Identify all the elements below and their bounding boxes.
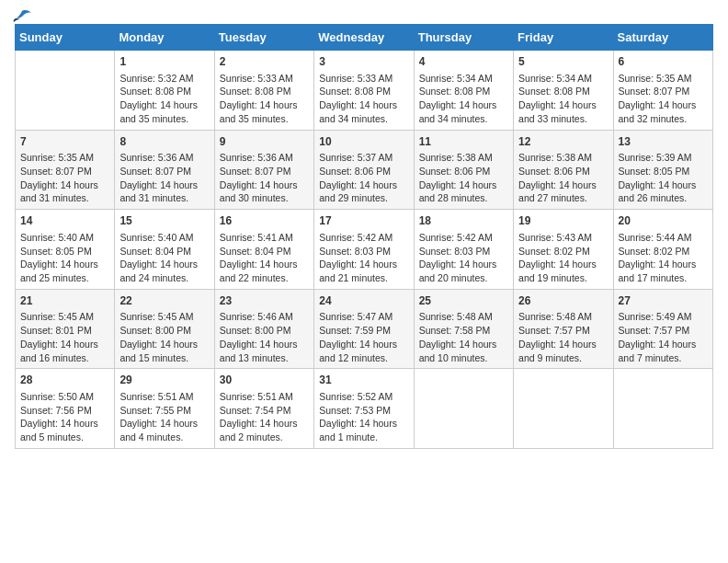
daylight-text: Daylight: 14 hours and 9 minutes. xyxy=(518,338,608,364)
sunset-text: Sunset: 8:08 PM xyxy=(319,85,408,98)
day-number: 29 xyxy=(119,373,209,388)
col-header-friday: Friday xyxy=(514,25,613,51)
day-number: 7 xyxy=(20,134,109,150)
day-cell: 13Sunrise: 5:39 AMSunset: 8:05 PMDayligh… xyxy=(613,130,712,210)
day-number: 18 xyxy=(419,213,508,229)
daylight-text: Daylight: 14 hours and 15 minutes. xyxy=(119,338,209,364)
daylight-text: Daylight: 14 hours and 7 minutes. xyxy=(619,338,708,364)
day-cell: 2Sunrise: 5:33 AMSunset: 8:08 PMDaylight… xyxy=(214,51,313,131)
day-cell: 11Sunrise: 5:38 AMSunset: 8:06 PMDayligh… xyxy=(414,130,513,210)
sunrise-text: Sunrise: 5:37 AM xyxy=(319,151,408,165)
day-cell: 1Sunrise: 5:32 AMSunset: 8:08 PMDaylight… xyxy=(115,51,214,131)
sunset-text: Sunset: 8:06 PM xyxy=(419,165,508,178)
calendar-body: 1Sunrise: 5:32 AMSunset: 8:08 PMDaylight… xyxy=(16,51,713,449)
day-cell: 20Sunrise: 5:44 AMSunset: 8:02 PMDayligh… xyxy=(613,210,712,290)
sunset-text: Sunset: 7:58 PM xyxy=(419,324,508,338)
sunrise-text: Sunrise: 5:42 AM xyxy=(419,231,508,245)
daylight-text: Daylight: 14 hours and 4 minutes. xyxy=(119,417,209,443)
sunrise-text: Sunrise: 5:50 AM xyxy=(20,390,109,404)
sunrise-text: Sunrise: 5:40 AM xyxy=(20,231,109,245)
col-header-wednesday: Wednesday xyxy=(314,25,414,51)
day-cell: 15Sunrise: 5:40 AMSunset: 8:04 PMDayligh… xyxy=(115,210,214,290)
day-cell xyxy=(613,369,712,449)
sunset-text: Sunset: 7:53 PM xyxy=(319,404,408,418)
sunrise-text: Sunrise: 5:49 AM xyxy=(619,310,708,324)
col-header-sunday: Sunday xyxy=(16,25,115,51)
day-cell: 30Sunrise: 5:51 AMSunset: 7:54 PMDayligh… xyxy=(214,369,313,449)
day-number: 16 xyxy=(220,213,309,229)
day-cell: 17Sunrise: 5:42 AMSunset: 8:03 PMDayligh… xyxy=(314,210,414,290)
day-cell: 5Sunrise: 5:34 AMSunset: 8:08 PMDaylight… xyxy=(514,51,613,131)
day-cell: 28Sunrise: 5:50 AMSunset: 7:56 PMDayligh… xyxy=(16,369,115,449)
day-number: 1 xyxy=(119,54,209,70)
daylight-text: Daylight: 14 hours and 28 minutes. xyxy=(419,178,508,205)
sunset-text: Sunset: 8:08 PM xyxy=(220,85,309,98)
day-cell: 26Sunrise: 5:48 AMSunset: 7:57 PMDayligh… xyxy=(514,289,613,369)
sunset-text: Sunset: 8:05 PM xyxy=(20,245,109,259)
sunrise-text: Sunrise: 5:35 AM xyxy=(20,151,109,165)
week-row-1: 1Sunrise: 5:32 AMSunset: 8:08 PMDaylight… xyxy=(16,51,713,131)
daylight-text: Daylight: 14 hours and 21 minutes. xyxy=(319,258,408,284)
daylight-text: Daylight: 14 hours and 12 minutes. xyxy=(319,338,408,364)
day-number: 28 xyxy=(20,373,109,388)
day-cell: 7Sunrise: 5:35 AMSunset: 8:07 PMDaylight… xyxy=(16,130,115,210)
week-row-4: 21Sunrise: 5:45 AMSunset: 8:01 PMDayligh… xyxy=(16,289,713,369)
sunset-text: Sunset: 8:02 PM xyxy=(518,245,608,259)
day-number: 5 xyxy=(518,54,608,70)
week-row-3: 14Sunrise: 5:40 AMSunset: 8:05 PMDayligh… xyxy=(16,210,713,290)
day-number: 10 xyxy=(319,134,408,150)
day-number: 12 xyxy=(518,134,608,150)
daylight-text: Daylight: 14 hours and 35 minutes. xyxy=(119,98,209,125)
sunset-text: Sunset: 8:07 PM xyxy=(619,85,708,98)
sunset-text: Sunset: 8:04 PM xyxy=(119,245,209,259)
sunset-text: Sunset: 7:57 PM xyxy=(619,324,708,338)
day-cell: 14Sunrise: 5:40 AMSunset: 8:05 PMDayligh… xyxy=(16,210,115,290)
day-number: 25 xyxy=(419,293,508,309)
sunrise-text: Sunrise: 5:46 AM xyxy=(220,310,309,324)
day-number: 24 xyxy=(319,293,408,309)
day-number: 4 xyxy=(419,54,508,70)
day-number: 30 xyxy=(220,373,309,388)
sunrise-text: Sunrise: 5:35 AM xyxy=(619,72,708,86)
daylight-text: Daylight: 14 hours and 34 minutes. xyxy=(419,98,508,125)
col-header-monday: Monday xyxy=(115,25,214,51)
daylight-text: Daylight: 14 hours and 33 minutes. xyxy=(518,98,608,125)
daylight-text: Daylight: 14 hours and 5 minutes. xyxy=(20,417,109,443)
sunset-text: Sunset: 8:06 PM xyxy=(319,165,408,178)
day-number: 27 xyxy=(619,293,708,309)
day-cell xyxy=(16,51,115,131)
day-cell: 4Sunrise: 5:34 AMSunset: 8:08 PMDaylight… xyxy=(414,51,513,131)
day-number: 19 xyxy=(518,213,608,229)
day-cell: 23Sunrise: 5:46 AMSunset: 8:00 PMDayligh… xyxy=(214,289,313,369)
sunrise-text: Sunrise: 5:51 AM xyxy=(220,390,309,404)
day-cell: 24Sunrise: 5:47 AMSunset: 7:59 PMDayligh… xyxy=(314,289,414,369)
daylight-text: Daylight: 14 hours and 34 minutes. xyxy=(319,98,408,125)
day-number: 22 xyxy=(119,293,209,309)
sunrise-text: Sunrise: 5:42 AM xyxy=(319,231,408,245)
sunrise-text: Sunrise: 5:32 AM xyxy=(119,72,209,86)
sunrise-text: Sunrise: 5:45 AM xyxy=(119,310,209,324)
day-cell: 31Sunrise: 5:52 AMSunset: 7:53 PMDayligh… xyxy=(314,369,414,449)
sunset-text: Sunset: 8:04 PM xyxy=(220,245,309,259)
day-cell: 9Sunrise: 5:36 AMSunset: 8:07 PMDaylight… xyxy=(214,130,313,210)
sunrise-text: Sunrise: 5:48 AM xyxy=(518,310,608,324)
daylight-text: Daylight: 14 hours and 35 minutes. xyxy=(220,98,309,125)
day-number: 6 xyxy=(619,54,708,70)
day-cell: 25Sunrise: 5:48 AMSunset: 7:58 PMDayligh… xyxy=(414,289,513,369)
sunrise-text: Sunrise: 5:45 AM xyxy=(20,310,109,324)
day-cell: 18Sunrise: 5:42 AMSunset: 8:03 PMDayligh… xyxy=(414,210,513,290)
daylight-text: Daylight: 14 hours and 1 minute. xyxy=(319,417,408,443)
col-header-thursday: Thursday xyxy=(414,25,513,51)
day-number: 17 xyxy=(319,213,408,229)
sunset-text: Sunset: 8:07 PM xyxy=(119,165,209,178)
sunrise-text: Sunrise: 5:40 AM xyxy=(119,231,209,245)
sunrise-text: Sunrise: 5:41 AM xyxy=(220,231,309,245)
page-header xyxy=(15,15,713,17)
daylight-text: Daylight: 14 hours and 22 minutes. xyxy=(220,258,309,284)
sunset-text: Sunset: 7:57 PM xyxy=(518,324,608,338)
daylight-text: Daylight: 14 hours and 17 minutes. xyxy=(619,258,708,284)
week-row-2: 7Sunrise: 5:35 AMSunset: 8:07 PMDaylight… xyxy=(16,130,713,210)
day-number: 15 xyxy=(119,213,209,229)
day-number: 9 xyxy=(220,134,309,150)
sunset-text: Sunset: 7:56 PM xyxy=(20,404,109,418)
